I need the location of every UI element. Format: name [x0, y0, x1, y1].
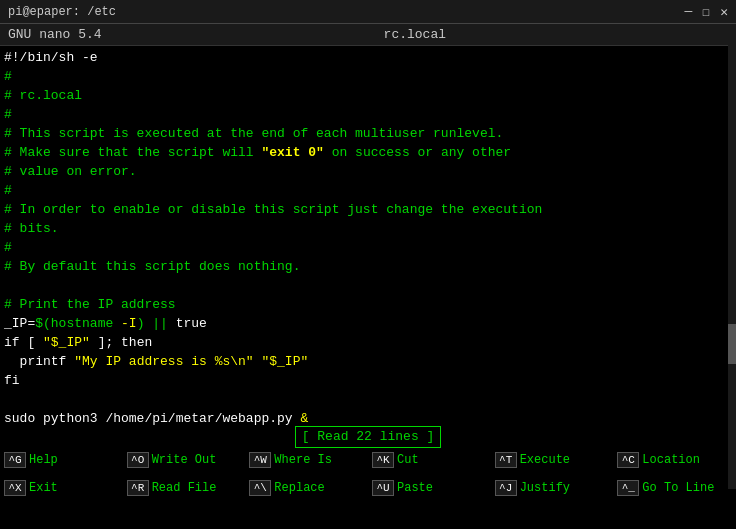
- shortcut-location[interactable]: ^C Location: [613, 446, 736, 474]
- shortcut-key-write: ^O: [127, 452, 149, 468]
- editor-line-3: # rc.local: [4, 86, 732, 105]
- shortcut-key-exit: ^X: [4, 480, 26, 496]
- shortcut-replace[interactable]: ^\ Replace: [245, 474, 368, 502]
- shortcut-key-execute: ^T: [495, 452, 517, 468]
- maximize-button[interactable]: ☐: [702, 4, 710, 20]
- shortcut-label-replace: Replace: [274, 481, 324, 495]
- editor-line-20: sudo python3 /home/pi/metar/webapp.py &: [4, 409, 732, 426]
- shortcut-label-justify: Justify: [520, 481, 570, 495]
- editor-line-2: #: [4, 67, 732, 86]
- editor-line-4: #: [4, 105, 732, 124]
- shortcut-key-paste: ^U: [372, 480, 394, 496]
- shortcut-key-justify: ^J: [495, 480, 517, 496]
- shortcut-paste[interactable]: ^U Paste: [368, 474, 491, 502]
- editor-line-1: #!/bin/sh -e: [4, 48, 732, 67]
- shortcut-label-location: Location: [642, 453, 700, 467]
- editor-line-9: # In order to enable or disable this scr…: [4, 200, 732, 219]
- editor-line-14: # Print the IP address: [4, 295, 732, 314]
- minimize-button[interactable]: —: [685, 4, 693, 20]
- shortcut-label-paste: Paste: [397, 481, 433, 495]
- shortcut-key-cut: ^K: [372, 452, 394, 468]
- shortcut-label-read: Read File: [152, 481, 217, 495]
- nano-version: GNU nano 5.4: [8, 27, 102, 42]
- shortcut-write-out[interactable]: ^O Write Out: [123, 446, 246, 474]
- editor-line-6: # Make sure that the script will "exit 0…: [4, 143, 732, 162]
- shortcut-label-write: Write Out: [152, 453, 217, 467]
- editor-line-7: # value on error.: [4, 162, 732, 181]
- nano-header: GNU nano 5.4 rc.local: [0, 24, 736, 46]
- shortcut-key-replace: ^\: [249, 480, 271, 496]
- shortcut-key-help: ^G: [4, 452, 26, 468]
- shortcut-cut[interactable]: ^K Cut: [368, 446, 491, 474]
- shortcut-goto[interactable]: ^_ Go To Line: [613, 474, 736, 502]
- shortcut-key-where: ^W: [249, 452, 271, 468]
- editor-line-17: printf "My IP address is %s\n" "$_IP": [4, 352, 732, 371]
- shortcut-label-help: Help: [29, 453, 58, 467]
- shortcut-label-where: Where Is: [274, 453, 332, 467]
- editor-line-13: [4, 276, 732, 295]
- shortcut-justify[interactable]: ^J Justify: [491, 474, 614, 502]
- shortcut-label-exit: Exit: [29, 481, 58, 495]
- status-bar: [ Read 22 lines ]: [0, 426, 736, 446]
- shortcut-read-file[interactable]: ^R Read File: [123, 474, 246, 502]
- editor-line-16: if [ "$_IP" ]; then: [4, 333, 732, 352]
- shortcut-label-execute: Execute: [520, 453, 570, 467]
- editor-line-12: # By default this script does nothing.: [4, 257, 732, 276]
- window-controls[interactable]: — ☐ ✕: [685, 4, 728, 20]
- file-name: rc.local: [384, 27, 446, 42]
- status-message: [ Read 22 lines ]: [295, 426, 442, 448]
- scrollbar-thumb[interactable]: [728, 324, 736, 364]
- scrollbar[interactable]: [728, 24, 736, 489]
- shortcut-key-read: ^R: [127, 480, 149, 496]
- editor-line-19: [4, 390, 732, 409]
- shortcut-key-location: ^C: [617, 452, 639, 468]
- shortcut-label-cut: Cut: [397, 453, 419, 467]
- close-button[interactable]: ✕: [720, 4, 728, 20]
- editor[interactable]: #!/bin/sh -e # # rc.local # # This scrip…: [0, 46, 736, 426]
- window-title: pi@epaper: /etc: [8, 5, 116, 19]
- shortcut-help[interactable]: ^G Help: [0, 446, 123, 474]
- editor-line-11: #: [4, 238, 732, 257]
- title-bar: pi@epaper: /etc — ☐ ✕: [0, 0, 736, 24]
- editor-line-15: _IP=$(hostname -I) || true: [4, 314, 732, 333]
- editor-line-18: fi: [4, 371, 732, 390]
- shortcut-label-goto: Go To Line: [642, 481, 714, 495]
- shortcut-where-is[interactable]: ^W Where Is: [245, 446, 368, 474]
- shortcut-exit[interactable]: ^X Exit: [0, 474, 123, 502]
- editor-line-8: #: [4, 181, 732, 200]
- shortcut-execute[interactable]: ^T Execute: [491, 446, 614, 474]
- editor-line-5: # This script is executed at the end of …: [4, 124, 732, 143]
- editor-line-10: # bits.: [4, 219, 732, 238]
- shortcuts-bar: ^G Help ^O Write Out ^W Where Is ^K Cut …: [0, 446, 736, 502]
- shortcut-key-goto: ^_: [617, 480, 639, 496]
